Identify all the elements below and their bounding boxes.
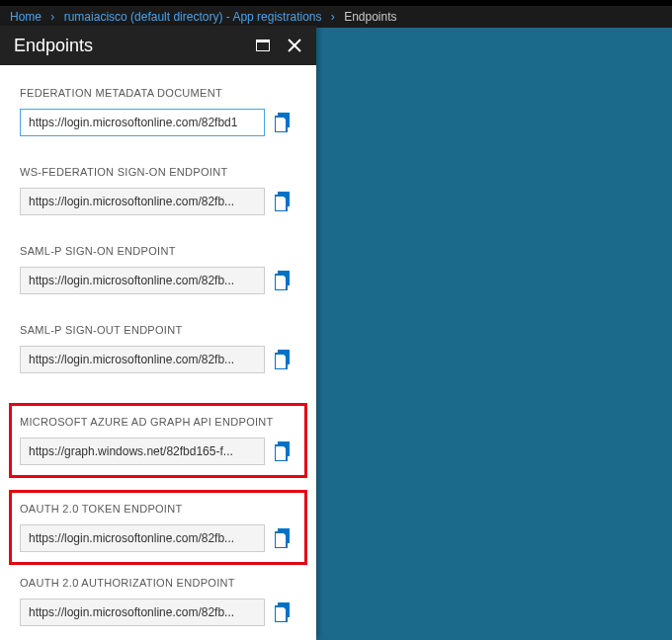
copy-icon[interactable] <box>271 268 296 293</box>
blade-title: Endpoints <box>14 36 241 56</box>
endpoint-graph-api: MICROSOFT AZURE AD GRAPH API ENDPOINT <box>20 416 296 465</box>
blade-header: Endpoints <box>0 26 316 65</box>
copy-icon[interactable] <box>271 439 296 464</box>
endpoint-ws-federation: WS-FEDERATION SIGN-ON ENDPOINT <box>20 166 296 215</box>
endpoint-label: WS-FEDERATION SIGN-ON ENDPOINT <box>20 166 296 178</box>
endpoint-label: FEDERATION METADATA DOCUMENT <box>20 87 296 99</box>
endpoint-url-input[interactable] <box>20 188 265 215</box>
endpoint-label: MICROSOFT AZURE AD GRAPH API ENDPOINT <box>20 416 296 428</box>
endpoint-url-input[interactable] <box>20 346 265 373</box>
svg-rect-17 <box>275 445 287 461</box>
endpoint-label: SAML-P SIGN-OUT ENDPOINT <box>20 324 296 336</box>
highlighted-oauth-token-endpoint: OAUTH 2.0 TOKEN ENDPOINT <box>9 490 307 565</box>
copy-icon[interactable] <box>271 189 296 214</box>
breadcrumb-directory[interactable]: rumaiacisco (default directory) - App re… <box>64 10 322 24</box>
breadcrumb-sep: › <box>44 10 60 24</box>
endpoint-url-input[interactable] <box>20 599 265 626</box>
svg-rect-8 <box>275 196 287 211</box>
restore-icon[interactable] <box>253 36 273 55</box>
svg-rect-23 <box>275 606 287 622</box>
endpoint-label: OAUTH 2.0 TOKEN ENDPOINT <box>20 503 296 515</box>
blade-body: FEDERATION METADATA DOCUMENT WS-FEDERATI… <box>0 65 316 640</box>
breadcrumb-home[interactable]: Home <box>10 10 42 24</box>
breadcrumb: Home › rumaiacisco (default directory) -… <box>0 6 672 28</box>
copy-icon[interactable] <box>271 600 296 625</box>
endpoint-url-input[interactable] <box>20 438 265 465</box>
copy-icon[interactable] <box>271 347 296 372</box>
endpoint-label: SAML-P SIGN-ON ENDPOINT <box>20 245 296 257</box>
endpoint-saml-signon: SAML-P SIGN-ON ENDPOINT <box>20 245 296 294</box>
endpoints-blade: Endpoints FEDERATION METADATA DOCUMENT W… <box>0 26 316 640</box>
endpoint-saml-signout: SAML-P SIGN-OUT ENDPOINT <box>20 324 296 373</box>
close-icon[interactable] <box>285 36 304 55</box>
endpoint-url-input[interactable] <box>20 267 265 294</box>
svg-rect-20 <box>275 532 287 548</box>
copy-icon[interactable] <box>271 525 296 551</box>
endpoint-label: OAUTH 2.0 AUTHORIZATION ENDPOINT <box>20 577 296 589</box>
endpoint-url-input[interactable] <box>20 109 265 136</box>
svg-rect-14 <box>275 354 287 369</box>
breadcrumb-sep: › <box>325 10 341 24</box>
breadcrumb-current: Endpoints <box>344 10 396 24</box>
copy-icon[interactable] <box>271 110 296 135</box>
endpoint-oauth-token: OAUTH 2.0 TOKEN ENDPOINT <box>20 503 296 552</box>
svg-rect-1 <box>256 40 270 42</box>
endpoint-oauth-authorization: OAUTH 2.0 AUTHORIZATION ENDPOINT <box>20 577 296 626</box>
endpoint-url-input[interactable] <box>20 524 265 552</box>
svg-rect-5 <box>275 117 287 132</box>
highlighted-graph-endpoint: MICROSOFT AZURE AD GRAPH API ENDPOINT <box>9 403 307 478</box>
endpoint-federation-metadata: FEDERATION METADATA DOCUMENT <box>20 87 296 136</box>
svg-rect-11 <box>275 275 287 290</box>
